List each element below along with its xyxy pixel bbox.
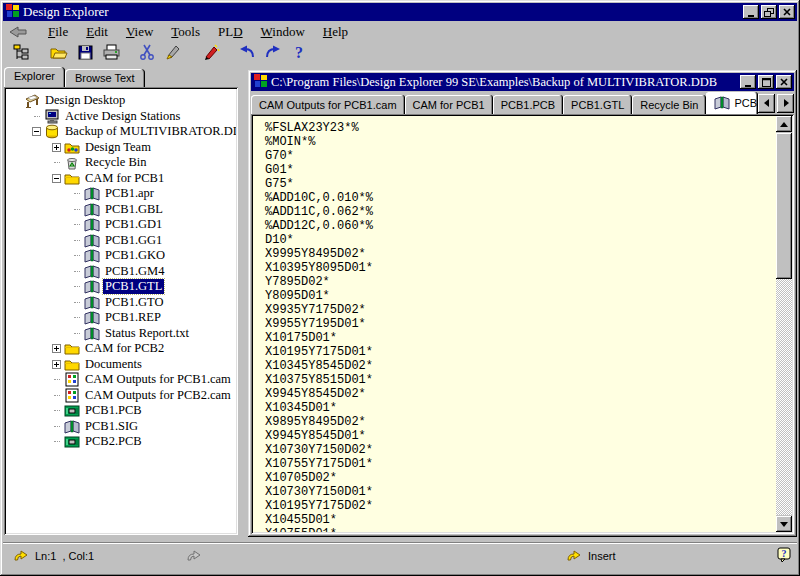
- expand-icon[interactable]: [50, 360, 63, 369]
- wizard-pen-button[interactable]: [199, 43, 223, 65]
- menu-tools[interactable]: Tools: [162, 22, 209, 42]
- undo-icon: [239, 45, 255, 63]
- tree-connector: [70, 240, 83, 241]
- text-doc-icon: [83, 279, 100, 294]
- expand-icon[interactable]: [50, 344, 63, 353]
- folder-icon: [63, 357, 80, 372]
- folder-icon: [63, 341, 80, 356]
- tree-item-label: CAM for PCB1: [83, 171, 166, 186]
- editor-line: X10345D01*: [265, 401, 776, 415]
- cam-doc-icon: [63, 388, 80, 403]
- text-editor-frame: %FSLAX23Y23*%%MOIN*%G70*G01*G75*%ADD10C,…: [251, 114, 794, 534]
- undo-button[interactable]: [235, 43, 259, 65]
- document-title-bar[interactable]: C:\Program Files\Design Explorer 99 SE\E…: [251, 73, 794, 91]
- text-doc-icon: [83, 310, 100, 325]
- minimize-button[interactable]: [740, 75, 756, 89]
- tab-explorer[interactable]: Explorer: [4, 67, 65, 87]
- tab-browse-text[interactable]: Browse Text: [65, 69, 145, 87]
- doc-tab-pcb1-gtl[interactable]: PCB1.GTL: [563, 95, 632, 114]
- status-help-button[interactable]: ?: [777, 543, 791, 569]
- help-icon: ?: [293, 44, 305, 64]
- tree-item-pcb1-pcb[interactable]: PCB1.PCB: [6, 403, 236, 419]
- tree-item-pcb1-gko[interactable]: PCB1.GKO: [6, 248, 236, 264]
- scroll-down-button[interactable]: [776, 516, 792, 532]
- tree-item-cam-for-pcb1[interactable]: CAM for PCB1: [6, 171, 236, 187]
- scroll-up-button[interactable]: [776, 116, 792, 132]
- tree-item-pcb1-rep[interactable]: PCB1.REP: [6, 310, 236, 326]
- tree-item-pcb1-gg1[interactable]: PCB1.GG1: [6, 233, 236, 249]
- tree-item-label: PCB1.GBL: [103, 202, 165, 217]
- tree-item-design-team[interactable]: Design Team: [6, 140, 236, 156]
- close-button[interactable]: [776, 75, 792, 89]
- tree-item-pcb1-apr[interactable]: PCB1.apr: [6, 186, 236, 202]
- text-doc-icon: [83, 248, 100, 263]
- editor-line: %MOIN*%: [265, 135, 776, 149]
- doc-tab-pcb1-gtl-active[interactable]: PCB1.GTL: [706, 92, 758, 114]
- menu-window[interactable]: Window: [252, 22, 314, 42]
- tree-item-pcb1-gm4[interactable]: PCB1.GM4: [6, 264, 236, 280]
- tree-item-recycle-bin[interactable]: Recycle Bin: [6, 155, 236, 171]
- print-button[interactable]: [99, 43, 123, 65]
- tree-item-documents[interactable]: Documents: [6, 357, 236, 373]
- expand-icon[interactable]: [50, 143, 63, 152]
- tree-item-pcb1-gd1[interactable]: PCB1.GD1: [6, 217, 236, 233]
- help-button[interactable]: ?: [287, 43, 311, 65]
- text-doc-icon: [83, 326, 100, 341]
- menu-arrow-icon[interactable]: [9, 24, 39, 40]
- editor-line: X10755D01*: [265, 527, 776, 532]
- tree-item-label: PCB1.GG1: [103, 233, 164, 248]
- editor-line: X9995Y8495D02*: [265, 247, 776, 261]
- menu-view[interactable]: View: [117, 22, 162, 42]
- text-editor[interactable]: %FSLAX23Y23*%%MOIN*%G70*G01*G75*%ADD10C,…: [253, 116, 776, 532]
- tree-item-pcb2-pcb[interactable]: PCB2.PCB: [6, 434, 236, 450]
- close-button[interactable]: [779, 5, 795, 19]
- doc-tab-cam-outputs-for-pcb1-cam[interactable]: CAM Outputs for PCB1.cam: [251, 95, 405, 114]
- design-manager-button[interactable]: [9, 43, 33, 65]
- tab-scroll-left-button[interactable]: [758, 94, 775, 113]
- tree-item-cam-outputs-for-pcb2-cam[interactable]: CAM Outputs for PCB2.cam: [6, 388, 236, 404]
- doc-tab-recycle-bin[interactable]: Recycle Bin: [632, 95, 706, 114]
- doc-tab-label: CAM Outputs for PCB1.cam: [259, 99, 397, 111]
- tree-connector: [50, 379, 63, 380]
- scrollbar-track[interactable]: [776, 279, 792, 515]
- doc-tab-cam-for-pcb1[interactable]: CAM for PCB1: [405, 95, 493, 114]
- tree-item-design-desktop[interactable]: Design Desktop: [6, 93, 236, 109]
- tree-item-pcb1-gbl[interactable]: PCB1.GBL: [6, 202, 236, 218]
- title-bar[interactable]: Design Explorer: [3, 3, 797, 21]
- tree-item-cam-for-pcb2[interactable]: CAM for PCB2: [6, 341, 236, 357]
- maximize-button[interactable]: [758, 75, 774, 89]
- tree-connector: [50, 441, 63, 442]
- redo-button[interactable]: [261, 43, 285, 65]
- tree-item-pcb1-sig[interactable]: PCB1.SIG: [6, 419, 236, 435]
- menu-help[interactable]: Help: [314, 22, 357, 42]
- tree-item-backup-of-multivibrator-ddb[interactable]: Backup of MULTIVIBRATOR.DDB: [6, 124, 236, 140]
- save-button[interactable]: [73, 43, 97, 65]
- cursor-yellow-icon: [13, 549, 29, 563]
- paste-button[interactable]: [161, 43, 185, 65]
- tree-item-pcb1-gtl[interactable]: PCB1.GTL: [6, 279, 236, 295]
- open-button[interactable]: [47, 43, 71, 65]
- menu-edit[interactable]: Edit: [77, 22, 117, 42]
- tree-item-active-design-stations[interactable]: Active Design Stations: [6, 109, 236, 125]
- doc-tab-pcb1-pcb[interactable]: PCB1.PCB: [493, 95, 563, 114]
- editor-line: Y7895D02*: [265, 275, 776, 289]
- collapse-icon[interactable]: [50, 174, 63, 183]
- text-doc-icon: [83, 186, 100, 201]
- tree-connector: [70, 333, 83, 334]
- minimize-button[interactable]: [743, 5, 759, 19]
- save-icon: [78, 45, 93, 64]
- vertical-scrollbar: [776, 116, 792, 532]
- cut-button[interactable]: [135, 43, 159, 65]
- menu-pld[interactable]: PLD: [209, 22, 252, 42]
- editor-line: G75*: [265, 177, 776, 191]
- tree-item-status-report-txt[interactable]: Status Report.txt: [6, 326, 236, 342]
- stations-icon: [43, 109, 60, 124]
- tab-scroll-right-button[interactable]: [777, 94, 794, 113]
- menu-file[interactable]: File: [39, 22, 77, 42]
- collapse-icon[interactable]: [30, 127, 43, 136]
- scrollbar-thumb[interactable]: [776, 133, 792, 279]
- tree-item-pcb1-gto[interactable]: PCB1.GTO: [6, 295, 236, 311]
- restore-button[interactable]: [761, 5, 777, 19]
- tree-item-cam-outputs-for-pcb1-cam[interactable]: CAM Outputs for PCB1.cam: [6, 372, 236, 388]
- desktop-icon: [23, 93, 40, 108]
